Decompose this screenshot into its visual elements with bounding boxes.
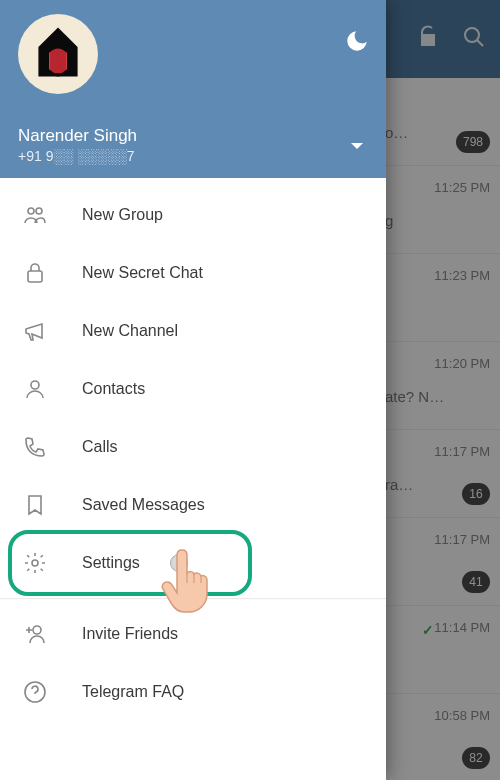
menu-label: Invite Friends [82, 625, 178, 643]
moon-icon [344, 40, 370, 57]
menu-item-calls[interactable]: Calls [0, 418, 386, 476]
svg-point-6 [31, 381, 39, 389]
menu-divider [0, 598, 386, 599]
user-phone: +91 9░░ ░░░░░7 [18, 148, 137, 164]
menu-item-new-group[interactable]: New Group [0, 186, 386, 244]
bookmark-icon [22, 492, 48, 518]
menu-label: New Channel [82, 322, 178, 340]
night-mode-toggle[interactable] [344, 28, 370, 58]
touch-indicator [170, 554, 188, 572]
drawer-header: Narender Singh +91 9░░ ░░░░░7 [0, 0, 386, 178]
menu-item-saved-messages[interactable]: Saved Messages [0, 476, 386, 534]
group-icon [22, 202, 48, 228]
chevron-down-icon [350, 138, 364, 155]
user-name: Narender Singh [18, 126, 137, 146]
menu-label: Telegram FAQ [82, 683, 184, 701]
menu-label: New Group [82, 206, 163, 224]
menu-label: Calls [82, 438, 118, 456]
svg-point-3 [28, 208, 34, 214]
person-add-icon [22, 621, 48, 647]
drawer-menu: New Group New Secret Chat New Channel Co… [0, 178, 386, 780]
menu-item-invite-friends[interactable]: Invite Friends [0, 605, 386, 663]
svg-point-7 [32, 560, 38, 566]
account-switcher[interactable] [350, 138, 364, 156]
menu-item-contacts[interactable]: Contacts [0, 360, 386, 418]
avatar[interactable] [18, 14, 98, 94]
person-icon [22, 376, 48, 402]
menu-item-telegram-faq[interactable]: Telegram FAQ [0, 663, 386, 721]
menu-item-new-channel[interactable]: New Channel [0, 302, 386, 360]
help-icon [22, 679, 48, 705]
svg-point-4 [36, 208, 42, 214]
menu-label: Contacts [82, 380, 145, 398]
navigation-drawer: Narender Singh +91 9░░ ░░░░░7 New Group … [0, 0, 386, 780]
svg-point-8 [33, 626, 41, 634]
lock-icon [22, 260, 48, 286]
menu-label: Saved Messages [82, 496, 205, 514]
menu-item-settings[interactable]: Settings [0, 534, 386, 592]
menu-label: Settings [82, 554, 140, 572]
menu-item-new-secret-chat[interactable]: New Secret Chat [0, 244, 386, 302]
gear-icon [22, 550, 48, 576]
svg-rect-5 [28, 271, 42, 282]
menu-label: New Secret Chat [82, 264, 203, 282]
megaphone-icon [22, 318, 48, 344]
phone-icon [22, 434, 48, 460]
